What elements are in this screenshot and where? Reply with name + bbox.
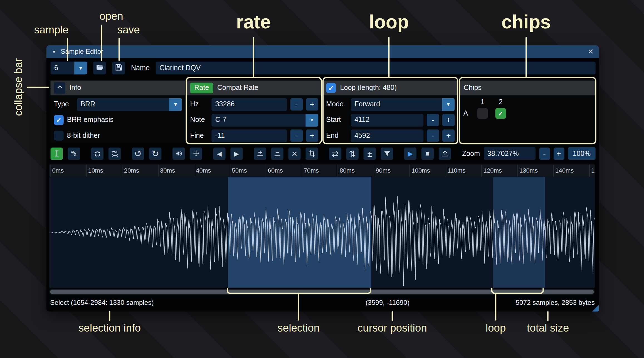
annotation-chips: chips bbox=[502, 11, 551, 33]
normalize-button[interactable] bbox=[190, 147, 202, 160]
sample-selector-value: 6 bbox=[54, 64, 58, 72]
annotation-line-save bbox=[119, 38, 120, 61]
ruler-label: 60ms bbox=[268, 167, 283, 174]
ruler-tick bbox=[589, 165, 589, 177]
collapse-bar-button[interactable] bbox=[54, 82, 65, 94]
ruler-tick bbox=[194, 165, 194, 177]
annotation-line-collapse-bar bbox=[27, 87, 49, 88]
type-dropdown-value: BRR bbox=[80, 100, 95, 109]
annotated-screenshot: ▼ Sample Editor × 6 ▼ Name Clarinet DQV bbox=[0, 0, 644, 358]
name-label: Name bbox=[131, 64, 150, 72]
ruler-tick bbox=[553, 165, 554, 177]
save-button[interactable] bbox=[112, 62, 125, 74]
ruler-label: 10ms bbox=[88, 167, 103, 174]
insert-silence-button[interactable] bbox=[254, 147, 266, 160]
resize-button[interactable] bbox=[91, 147, 103, 160]
amplify-button[interactable] bbox=[172, 147, 185, 160]
type-dropdown[interactable]: BRR ▼ bbox=[77, 98, 182, 111]
folder-open-icon bbox=[95, 63, 104, 73]
annotation-line-selection bbox=[298, 293, 299, 320]
chevron-up-icon bbox=[56, 84, 63, 92]
waveform-display[interactable] bbox=[49, 177, 595, 288]
sample-selector[interactable]: 6 ▼ bbox=[51, 62, 87, 74]
resize-grip[interactable] bbox=[592, 305, 599, 312]
resample-button[interactable] bbox=[108, 147, 121, 160]
ruler-tick bbox=[86, 165, 86, 177]
delete-button[interactable]: × bbox=[288, 147, 300, 160]
annotation-selection: selection bbox=[278, 322, 320, 335]
ruler-label: 0ms bbox=[52, 167, 64, 174]
stop-preview-button[interactable]: ■ bbox=[421, 147, 434, 160]
ruler-label: 20ms bbox=[124, 167, 139, 174]
ruler-label: 100ms bbox=[411, 167, 430, 174]
info-section: Info Type BRR ▼ ✓ BRR emphasis 8-bit dit… bbox=[51, 80, 185, 143]
signed-unsigned-button[interactable]: ± bbox=[364, 147, 376, 160]
invert-button[interactable]: ⇅ bbox=[346, 147, 359, 160]
zoom-out-button[interactable]: - bbox=[539, 147, 550, 160]
chevron-down-icon[interactable]: ▼ bbox=[74, 62, 87, 74]
fade-out-button[interactable]: ▶ bbox=[230, 147, 243, 160]
annotation-selection-info: selection info bbox=[78, 322, 141, 335]
ruler-tick bbox=[445, 165, 446, 177]
floppy-disk-icon bbox=[114, 63, 123, 73]
chevron-down-icon: ▼ bbox=[169, 98, 182, 111]
undo-button[interactable]: ↺ bbox=[132, 147, 144, 160]
dither-checkbox[interactable] bbox=[54, 131, 63, 140]
fade-in-button[interactable]: ◀ bbox=[213, 147, 225, 160]
ruler-tick bbox=[409, 165, 410, 177]
ruler-tick bbox=[122, 165, 122, 177]
close-icon[interactable]: × bbox=[588, 47, 594, 56]
annotation-loop-bottom: loop bbox=[486, 322, 506, 335]
ruler-label: 40ms bbox=[196, 167, 211, 174]
ruler-tick bbox=[302, 165, 302, 177]
ruler-tick bbox=[517, 165, 518, 177]
apply-silence-button[interactable] bbox=[271, 147, 283, 160]
zoom-value-input[interactable]: 38.7027% bbox=[483, 147, 535, 160]
status-bar: Select (1654-2984: 1330 samples) (3599, … bbox=[46, 295, 599, 312]
annotation-cursor-position: cursor position bbox=[357, 322, 427, 335]
total-size-text: 5072 samples, 2853 bytes bbox=[515, 299, 594, 306]
edit-mode-draw-button[interactable]: ✎ bbox=[68, 147, 80, 160]
apply-filter-button[interactable] bbox=[381, 147, 393, 160]
ruler-label: 90ms bbox=[376, 167, 391, 174]
type-label: Type bbox=[54, 100, 73, 109]
zoom-in-button[interactable]: + bbox=[553, 147, 564, 160]
annotation-line-open bbox=[101, 25, 102, 61]
ruler-label: 150 bbox=[591, 167, 595, 174]
ruler-tick bbox=[230, 165, 230, 177]
annotation-loop: loop bbox=[369, 11, 409, 33]
name-input[interactable]: Clarinet DQV bbox=[156, 62, 596, 74]
annotation-line-cursor-position bbox=[392, 311, 393, 321]
create-wavetable-button[interactable] bbox=[439, 147, 451, 160]
window-collapse-icon[interactable]: ▼ bbox=[52, 49, 56, 54]
titlebar[interactable]: ▼ Sample Editor × bbox=[46, 45, 599, 58]
ruler-label: 130ms bbox=[519, 167, 538, 174]
redo-button[interactable]: ↻ bbox=[149, 147, 161, 160]
annotation-bracket-selection bbox=[227, 288, 371, 294]
annotation-box-chips bbox=[459, 77, 596, 144]
brr-emphasis-checkbox[interactable]: ✓ bbox=[54, 115, 63, 125]
ruler-label: 70ms bbox=[304, 167, 319, 174]
ruler-label: 110ms bbox=[448, 167, 466, 174]
annotation-line-rate bbox=[253, 37, 254, 77]
ruler-label: 30ms bbox=[160, 167, 175, 174]
ruler-tick bbox=[158, 165, 158, 177]
ruler-tick bbox=[50, 165, 50, 177]
annotation-line-total-size bbox=[547, 311, 548, 321]
zoom-reset-button[interactable]: 100% bbox=[568, 147, 596, 160]
trim-button[interactable] bbox=[305, 147, 318, 160]
annotation-line-loop bbox=[388, 37, 389, 77]
selection-info-text: Select (1654-2984: 1330 samples) bbox=[50, 299, 154, 306]
ruler-label: 80ms bbox=[340, 167, 355, 174]
reverse-button[interactable]: ⇄ bbox=[329, 147, 341, 160]
annotation-rate: rate bbox=[236, 11, 271, 33]
open-button[interactable] bbox=[93, 62, 106, 74]
ruler-tick bbox=[266, 165, 266, 177]
annotation-open: open bbox=[99, 10, 123, 23]
timeline-ruler[interactable]: 0ms10ms20ms30ms40ms50ms60ms70ms80ms90ms1… bbox=[49, 165, 595, 177]
cursor-position-text: (3599, -11690) bbox=[366, 299, 409, 306]
edit-mode-select-button[interactable] bbox=[51, 147, 63, 160]
preview-button[interactable]: ▶ bbox=[404, 147, 416, 160]
ruler-tick bbox=[374, 165, 374, 177]
waveform-plot bbox=[49, 177, 595, 288]
